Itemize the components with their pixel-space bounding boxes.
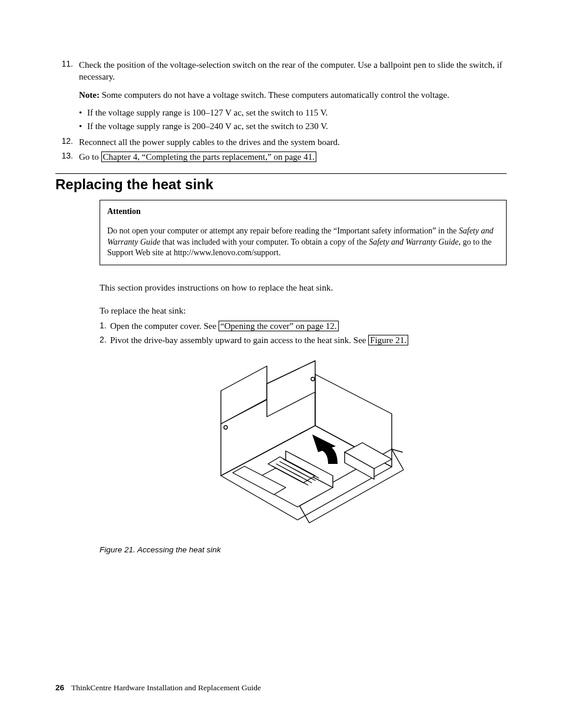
list-item-body: Go to Chapter 4, “Completing the parts r… [79, 151, 507, 163]
list-item: 11. Check the position of the voltage-se… [55, 59, 507, 134]
step-text: Open the computer cover. See “Opening th… [110, 320, 339, 332]
xref-link[interactable]: “Opening the cover” on page 12. [219, 321, 338, 331]
step-number: 13. [55, 151, 73, 163]
note-label: Note: [79, 90, 100, 100]
book-title: Safety and Warranty Guide [369, 238, 458, 246]
step-number: 11. [55, 59, 73, 134]
list-item: 12. Reconnect all the power supply cable… [55, 136, 507, 148]
step-text: Reconnect all the power supply cables to… [79, 136, 507, 148]
step-number: 2. [100, 334, 110, 346]
footer-title: ThinkCentre Hardware Installation and Re… [71, 683, 261, 692]
list-item: 1. Open the computer cover. See “Opening… [100, 320, 507, 332]
page-footer: 26ThinkCentre Hardware Installation and … [55, 683, 261, 693]
bullet-item: If the voltage supply range is 200–240 V… [87, 120, 507, 132]
list-item-body: Check the position of the voltage-select… [79, 59, 507, 134]
intro-paragraph: This section provides instructions on ho… [100, 282, 507, 294]
heat-sink-line-art-icon [197, 358, 409, 535]
continued-ordered-list: 11. Check the position of the voltage-se… [55, 59, 507, 163]
section-heading: Replacing the heat sink [55, 176, 507, 193]
xref-link[interactable]: Chapter 4, “Completing the parts replace… [101, 151, 316, 162]
page-number: 26 [55, 683, 64, 692]
xref-link[interactable]: Figure 21. [368, 335, 408, 345]
step-text: Pivot the drive-bay assembly upward to g… [110, 334, 408, 346]
figure: Figure 21. Accessing the heat sink [100, 358, 507, 554]
note-text: Some computers do not have a voltage swi… [100, 90, 449, 100]
attention-text: Do not open your computer or attempt any… [107, 226, 499, 259]
step-number: 1. [100, 320, 110, 332]
steps-list: 1. Open the computer cover. See “Opening… [100, 320, 507, 347]
attention-title: Attention [107, 206, 499, 218]
step-text: Check the position of the voltage-select… [79, 59, 507, 83]
sub-bullet-list: If the voltage supply range is 100–127 V… [79, 107, 507, 133]
list-item: 13. Go to Chapter 4, “Completing the par… [55, 151, 507, 163]
lead-in-paragraph: To replace the heat sink: [100, 305, 507, 317]
figure-caption: Figure 21. Accessing the heat sink [100, 545, 507, 554]
svg-marker-4 [267, 361, 315, 417]
svg-point-5 [224, 426, 227, 429]
list-item: 2. Pivot the drive-bay assembly upward t… [100, 334, 507, 346]
step-number: 12. [55, 136, 73, 148]
list-item-body: Reconnect all the power supply cables to… [79, 136, 507, 148]
svg-marker-3 [221, 366, 267, 424]
section-rule [55, 173, 507, 174]
step-note: Note: Some computers do not have a volta… [79, 89, 507, 101]
bullet-item: If the voltage supply range is 100–127 V… [87, 107, 507, 118]
attention-box: Attention Do not open your computer or a… [100, 200, 507, 266]
step-text: Go to Chapter 4, “Completing the parts r… [79, 151, 507, 163]
